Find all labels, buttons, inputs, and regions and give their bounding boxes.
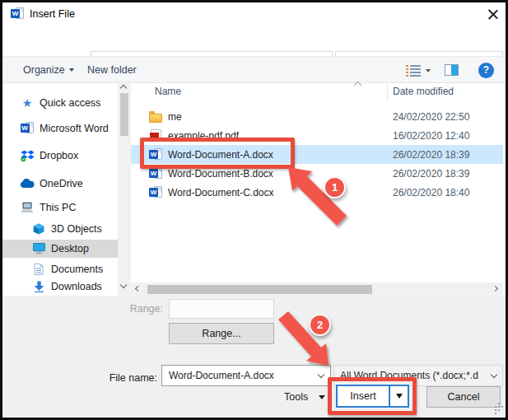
cube-icon bbox=[31, 223, 46, 235]
column-header-date-modified[interactable]: Date modified bbox=[393, 86, 454, 97]
file-row-example-pdf[interactable]: example-pdf.pdf 16/02/2020 12:40 bbox=[131, 126, 503, 145]
star-icon: ★ bbox=[20, 97, 35, 109]
scroll-down-icon[interactable] bbox=[120, 282, 127, 288]
file-name: example-pdf.pdf bbox=[168, 130, 239, 142]
onedrive-cloud-icon bbox=[20, 179, 35, 189]
file-type-value: All Word Documents (*.docx;*.d bbox=[340, 370, 492, 381]
command-toolbar: Organize New folder bbox=[2, 56, 506, 83]
title-bar: Insert File bbox=[2, 2, 506, 26]
document-icon bbox=[31, 264, 46, 275]
file-name: me bbox=[168, 111, 182, 123]
folder-icon bbox=[148, 111, 163, 123]
insert-label: Insert bbox=[338, 386, 389, 406]
word-icon bbox=[20, 122, 35, 135]
sidebar-item-label: Quick access bbox=[40, 97, 100, 109]
help-button[interactable] bbox=[478, 63, 494, 78]
insert-button[interactable]: Insert bbox=[336, 385, 409, 408]
file-type-dropdown[interactable]: All Word Documents (*.docx;*.d bbox=[333, 365, 503, 386]
file-name-combo[interactable] bbox=[161, 365, 331, 386]
organize-button[interactable]: Organize bbox=[23, 64, 74, 76]
sidebar-item-label: OneDrive bbox=[40, 178, 83, 189]
view-mode-button[interactable] bbox=[406, 65, 421, 76]
dropdown-chevron-icon bbox=[491, 371, 497, 377]
sidebar-item-dropbox[interactable]: Dropbox bbox=[2, 147, 118, 165]
sidebar-scrollbar[interactable] bbox=[118, 81, 131, 296]
close-button[interactable] bbox=[478, 2, 506, 26]
file-date: 26/02/2020 18:39 bbox=[393, 149, 469, 161]
combo-chevron-icon[interactable] bbox=[318, 371, 324, 377]
word-logo-icon bbox=[11, 7, 25, 21]
scrollbar-thumb[interactable] bbox=[147, 285, 372, 294]
column-divider[interactable] bbox=[387, 83, 388, 101]
file-name-input[interactable] bbox=[169, 370, 319, 381]
sidebar-item-quick-access[interactable]: ★ Quick access bbox=[2, 94, 118, 112]
organize-label: Organize bbox=[23, 64, 65, 76]
sidebar-item-label: Desktop bbox=[51, 243, 89, 254]
sidebar-item-label: Dropbox bbox=[40, 150, 78, 161]
resize-grip[interactable] bbox=[495, 406, 496, 408]
sidebar-item-microsoft-word[interactable]: Microsoft Word bbox=[2, 119, 118, 138]
file-row-word-document-b[interactable]: Word-Document-B.docx 26/02/2020 18:39 bbox=[131, 164, 503, 183]
file-row-me[interactable]: me 24/02/2020 22:50 bbox=[131, 107, 503, 126]
organize-caret-icon bbox=[69, 68, 74, 72]
file-name: Word-Document-A.docx bbox=[168, 149, 273, 161]
sidebar-item-label: Microsoft Word bbox=[40, 123, 109, 134]
desktop-icon bbox=[31, 243, 46, 254]
pdf-icon bbox=[148, 129, 163, 142]
sidebar-item-label: This PC bbox=[40, 202, 76, 213]
scroll-right-icon[interactable] bbox=[492, 286, 498, 292]
new-folder-button[interactable]: New folder bbox=[87, 64, 137, 76]
sidebar-item-onedrive[interactable]: OneDrive bbox=[2, 175, 118, 193]
sidebar-item-label: 3D Objects bbox=[51, 223, 102, 235]
new-folder-label: New folder bbox=[87, 64, 137, 76]
sidebar-item-label: Downloads bbox=[51, 281, 102, 292]
file-name: Word-Document-B.docx bbox=[168, 168, 273, 180]
cancel-button[interactable]: Cancel bbox=[426, 386, 501, 408]
dropdown-triangle-icon bbox=[396, 394, 403, 399]
sidebar-item-this-pc[interactable]: This PC bbox=[2, 198, 118, 217]
file-row-word-document-a[interactable]: Word-Document-A.docx 26/02/2020 18:39 bbox=[131, 145, 503, 164]
sidebar-item-downloads[interactable]: Downloads bbox=[2, 278, 118, 296]
sidebar-item-documents[interactable]: Documents bbox=[2, 260, 118, 278]
word-file-icon bbox=[148, 186, 163, 199]
file-row-word-document-c[interactable]: Word-Document-C.docx 26/02/2020 18:40 bbox=[131, 183, 503, 202]
download-arrow-icon bbox=[31, 281, 46, 292]
file-date: 26/02/2020 18:39 bbox=[393, 168, 469, 180]
preview-pane-button[interactable] bbox=[445, 64, 459, 76]
range-input[interactable] bbox=[169, 299, 274, 319]
tools-caret-icon bbox=[319, 395, 325, 399]
file-date: 26/02/2020 18:40 bbox=[393, 187, 469, 198]
range-label: Range: bbox=[77, 303, 163, 315]
file-name-label: File name: bbox=[85, 372, 157, 384]
sidebar-item-label: Documents bbox=[51, 264, 103, 275]
file-name: Word-Document-C.docx bbox=[168, 187, 273, 198]
tools-button[interactable]: Tools bbox=[284, 391, 325, 403]
scroll-up-icon[interactable] bbox=[120, 85, 127, 91]
sidebar-item-desktop[interactable]: Desktop bbox=[2, 240, 118, 258]
scroll-left-icon[interactable] bbox=[135, 286, 141, 292]
word-file-icon bbox=[148, 148, 163, 161]
insert-dropdown-button[interactable] bbox=[389, 386, 408, 406]
sidebar-item-3d-objects[interactable]: 3D Objects bbox=[2, 220, 118, 238]
insert-file-dialog: Insert File ← → ↑ This PC Desktop ↻ Orga… bbox=[0, 0, 508, 420]
close-icon bbox=[487, 9, 497, 19]
tools-label: Tools bbox=[284, 391, 308, 403]
file-date: 16/02/2020 12:40 bbox=[393, 130, 469, 142]
file-date: 24/02/2020 22:50 bbox=[393, 111, 469, 123]
range-button[interactable]: Range... bbox=[169, 323, 274, 344]
window-title: Insert File bbox=[30, 8, 75, 20]
view-mode-caret-icon[interactable] bbox=[426, 69, 431, 72]
computer-icon bbox=[20, 202, 35, 213]
word-file-icon bbox=[148, 167, 163, 180]
scrollbar-thumb[interactable] bbox=[120, 93, 128, 136]
column-header-name[interactable]: Name bbox=[155, 86, 181, 97]
navigation-bar: ← → ↑ This PC Desktop ↻ bbox=[2, 26, 506, 56]
file-list-horizontal-scrollbar[interactable] bbox=[131, 282, 503, 296]
dropbox-icon bbox=[20, 150, 35, 162]
